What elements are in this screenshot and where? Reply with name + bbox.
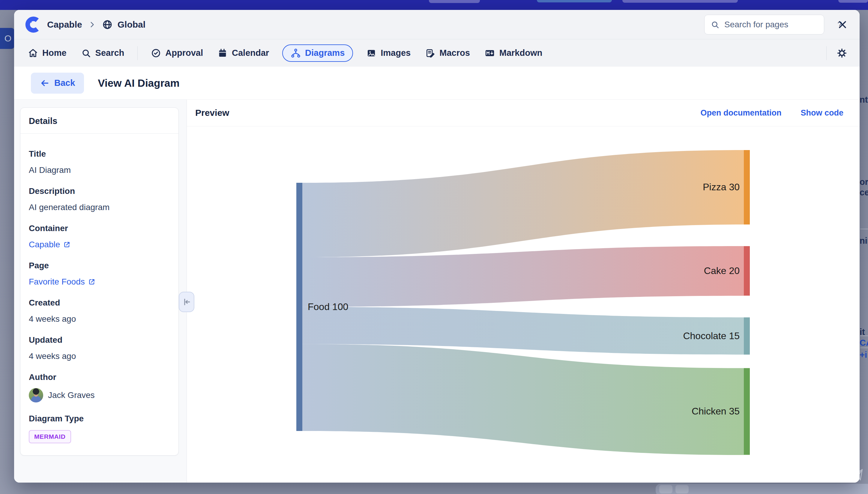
link-label: Capable [29,240,60,249]
background-top-bar [0,0,868,10]
background-divider [860,336,868,336]
background-mini-button [675,485,689,493]
nav-item-label: Macros [439,48,470,58]
close-icon [837,19,848,30]
sankey-label-pizza: Pizza 30 [703,182,739,192]
field-value: AI generated diagram [29,203,170,212]
external-link-icon [63,241,71,248]
sankey-node-chocolate[interactable] [744,318,750,355]
sidebar-collapse-button[interactable] [179,292,194,312]
avatar [29,388,43,402]
preview-header: Preview Open documentation Show code [187,100,860,126]
field-label-updated: Updated [29,335,170,345]
nav-item-label: Images [381,48,411,58]
field-label-page: Page [29,261,170,270]
calendar-icon [217,48,228,58]
author-row: Jack Graves [29,388,170,402]
settings-button[interactable] [834,45,849,61]
search-icon [711,20,719,29]
capable-link[interactable]: Capable [29,240,71,249]
dimmed-text-fragment: +i [860,350,867,360]
page-title: View AI Diagram [98,77,179,89]
main-content: Details TitleAI DiagramDescriptionAI gen… [14,100,860,482]
sankey-node-cake[interactable] [744,246,750,296]
capable-logo-icon [24,16,41,33]
background-button-fragment [838,0,868,3]
external-link-icon [88,278,96,286]
dimmed-text-fragment: nt [860,95,868,105]
field-value: 4 weeks ago [29,314,170,324]
background-button-fragment [623,0,738,3]
home-icon [28,48,38,58]
sankey-label-chicken: Chicken 35 [692,406,739,417]
breadcrumb-global-label: Global [118,19,145,30]
sankey-label-food: Food 100 [308,301,348,312]
nav-item-home[interactable]: Home [27,44,68,62]
nav-divider [826,46,827,60]
nav-item-calendar[interactable]: Calendar [216,44,270,62]
nav-item-label: Home [42,48,66,58]
field-label-container: Container [29,224,170,233]
author-name: Jack Graves [48,391,95,400]
nav-item-approval[interactable]: Approval [150,44,204,62]
dimmed-text-fragment: or [860,177,868,187]
preview-panel: Preview Open documentation Show code Foo… [187,100,860,482]
field-value: 4 weeks ago [29,352,170,361]
field-label-diagram-type: Diagram Type [29,414,170,423]
screen: { "background": { "topbar_color": "#2428… [0,0,868,494]
nav-item-images[interactable]: Images [365,44,412,62]
sankey-node-pizza[interactable] [744,150,750,225]
open-documentation-link[interactable]: Open documentation [701,108,781,118]
nav-item-label: Diagrams [305,48,344,58]
nav-item-search[interactable]: Search [80,44,126,62]
nav-items: HomeSearchApprovalCalendarDiagramsImages… [27,44,544,62]
field-label-title: Title [29,149,170,159]
breadcrumb-space-label: Capable [47,19,82,30]
arrow-left-icon [40,78,50,88]
nav-item-macros[interactable]: Macros [424,44,471,62]
diagrams-icon [291,48,301,58]
search-input[interactable] [724,19,833,30]
nav-bar: HomeSearchApprovalCalendarDiagramsImages… [14,39,860,66]
background-button-fragment [429,0,480,3]
sankey-label-cake: Cake 20 [704,265,739,276]
close-button[interactable] [835,18,849,32]
nav-item-markdown[interactable]: Markdown [483,44,544,62]
show-code-link[interactable]: Show code [801,108,843,118]
dimmed-text-fragment: nir [860,236,868,246]
background-divider [860,347,868,348]
nav-item-label: Approval [165,48,203,58]
nav-divider [137,46,138,60]
search-box[interactable]: ? [704,15,824,35]
sankey-diagram: Food 100Pizza 30Cake 20Chocolate 15Chick… [187,126,860,482]
markdown-icon [485,48,495,58]
background-left-button: O [0,28,14,49]
back-button[interactable]: Back [31,73,84,94]
background-mini-button [659,485,672,493]
sankey-label-chocolate: Chocolate 15 [683,330,739,341]
details-heading: Details [20,108,178,134]
nav-item-diagrams[interactable]: Diagrams [282,44,353,62]
sankey-node-chicken[interactable] [744,368,750,455]
background-divider [860,229,868,229]
field-value: AI Diagram [29,165,170,175]
sankey-flow-chicken[interactable] [302,344,744,455]
details-card: Details TitleAI DiagramDescriptionAI gen… [20,108,179,456]
breadcrumb-space[interactable]: Capable [47,19,82,30]
nav-item-label: Search [95,48,124,58]
breadcrumb: Capable Global ? [14,10,860,39]
field-label-created: Created [29,298,170,308]
modal-dialog: Capable Global ? [14,10,860,482]
gear-icon [836,48,848,59]
globe-icon [102,19,113,30]
breadcrumb-global[interactable]: Global [102,19,145,30]
macros-icon [425,48,435,58]
details-fields: TitleAI DiagramDescriptionAI generated d… [20,134,178,455]
nav-item-label: Markdown [499,48,542,58]
dimmed-text-fragment: CA [860,338,868,348]
details-sidebar: Details TitleAI DiagramDescriptionAI gen… [14,100,187,482]
sankey-node-food[interactable] [296,183,302,431]
field-label-description: Description [29,186,170,196]
sankey-flow-pizza[interactable] [302,150,744,257]
favorite-foods-link[interactable]: Favorite Foods [29,277,96,287]
